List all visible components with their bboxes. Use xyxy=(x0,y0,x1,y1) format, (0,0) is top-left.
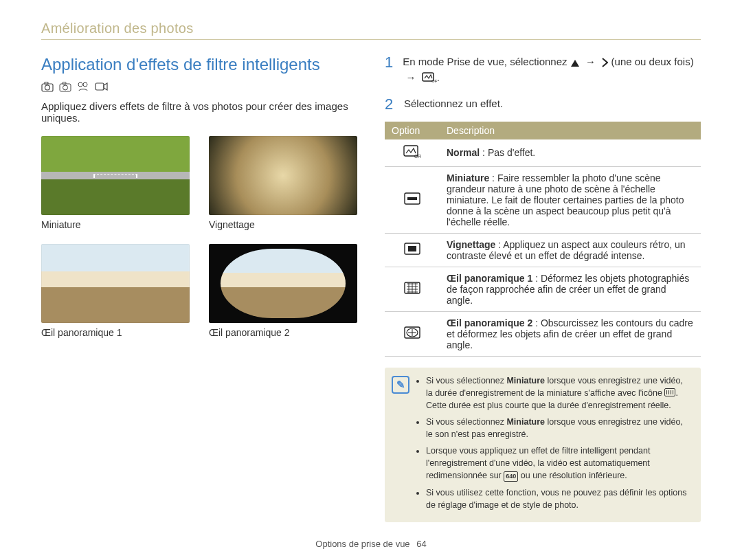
svg-rect-5 xyxy=(63,82,66,85)
footer-section: Options de prise de vue xyxy=(315,539,409,549)
svg-rect-8 xyxy=(95,83,104,90)
svg-point-6 xyxy=(78,82,82,87)
svg-rect-2 xyxy=(45,82,48,85)
fisheye2-label: Œil panoramique 2 xyxy=(447,317,532,328)
thumb-fisheye1-label: Œil panoramique 1 xyxy=(41,327,190,338)
table-row: Œil panoramique 2 : Obscurcissez les con… xyxy=(385,311,701,356)
camera-icon xyxy=(41,81,54,92)
section-title: Application d'effets de filtre intellige… xyxy=(41,55,357,74)
options-header-desc: Description xyxy=(440,122,701,139)
thumb-miniature-label: Miniature xyxy=(41,219,190,230)
table-row: OFF Normal : Pas d'effet. xyxy=(385,139,701,167)
normal-off-icon: OFF xyxy=(403,150,421,161)
options-table: Option Description OFF Normal : Pas d'ef… xyxy=(385,122,701,357)
svg-rect-16 xyxy=(408,246,416,251)
filter-off-icon: OFF xyxy=(422,72,437,87)
note-bullet-4: Si vous utilisez cette fonction, vous ne… xyxy=(426,486,691,511)
step-1-number: 1 xyxy=(385,55,396,87)
svg-text:OFF: OFF xyxy=(414,154,421,159)
normal-text: : Pas d'effet. xyxy=(480,147,535,158)
svg-point-1 xyxy=(45,85,50,90)
res-640-badge: 640 xyxy=(504,471,518,482)
step-1: 1 En mode Prise de vue, sélectionnez → (… xyxy=(385,55,701,87)
step-2-number: 2 xyxy=(385,97,397,112)
mode-icons-row xyxy=(41,81,357,92)
svg-text:OFF: OFF xyxy=(431,79,437,83)
page-header: Amélioration des photos xyxy=(41,21,701,40)
thumb-vignette xyxy=(209,136,357,215)
note-bullet-2: Si vous sélectionnez Miniature lorsque v… xyxy=(426,416,691,440)
video-icon xyxy=(95,81,109,92)
miniature-label: Miniature xyxy=(447,172,489,183)
step-2: 2 Sélectionnez un effet. xyxy=(385,97,701,112)
thumb-miniature xyxy=(41,136,190,215)
table-row: Œil panoramique 1 : Déformez les objets … xyxy=(385,267,701,311)
intro-text: Appliquez divers effets de filtre à vos … xyxy=(41,100,357,124)
svg-point-7 xyxy=(83,82,87,87)
note-bullet-1: Si vous sélectionnez Miniature lorsque v… xyxy=(426,374,691,412)
step-1-mid: (une ou deux fois) xyxy=(611,56,694,67)
vignette-option-icon xyxy=(403,247,421,258)
note-icon: ✎ xyxy=(392,376,409,394)
footer-page-number: 64 xyxy=(416,539,426,549)
dual-mode-icon xyxy=(77,81,89,92)
thumbnails-grid: Miniature Vignettage Œil panoramique 1 Œ… xyxy=(41,136,357,348)
thumb-fisheye2 xyxy=(209,244,357,323)
step-2-text: Sélectionnez un effet. xyxy=(404,97,503,112)
normal-label: Normal xyxy=(447,147,480,158)
fisheye2-option-icon xyxy=(403,331,421,341)
svg-point-4 xyxy=(63,85,68,90)
options-header-option: Option xyxy=(385,122,440,139)
table-row: Miniature : Faire ressembler la photo d'… xyxy=(385,166,701,233)
page-footer: Options de prise de vue 64 xyxy=(41,539,701,549)
note-box: ✎ Si vous sélectionnez Miniature lorsque… xyxy=(385,368,701,522)
fisheye1-label: Œil panoramique 1 xyxy=(447,273,532,284)
thumb-fisheye1 xyxy=(41,244,190,323)
camera-outline-icon xyxy=(59,81,71,92)
note-bullet-3: Lorsque vous appliquez un effet de filtr… xyxy=(426,445,691,482)
right-chevron-icon xyxy=(601,57,608,71)
miniature-record-icon xyxy=(664,388,675,396)
thumb-fisheye2-label: Œil panoramique 2 xyxy=(209,327,357,338)
miniature-icon xyxy=(403,197,421,208)
table-row: Vignettage : Appliquez un aspect aux cou… xyxy=(385,233,701,267)
up-triangle-icon xyxy=(570,57,580,71)
thumb-vignette-label: Vignettage xyxy=(209,219,357,230)
step-1-pre: En mode Prise de vue, sélectionnez xyxy=(403,56,567,67)
svg-rect-14 xyxy=(407,197,417,200)
vignette-label: Vignettage xyxy=(447,239,495,250)
fisheye1-option-icon xyxy=(403,286,421,297)
